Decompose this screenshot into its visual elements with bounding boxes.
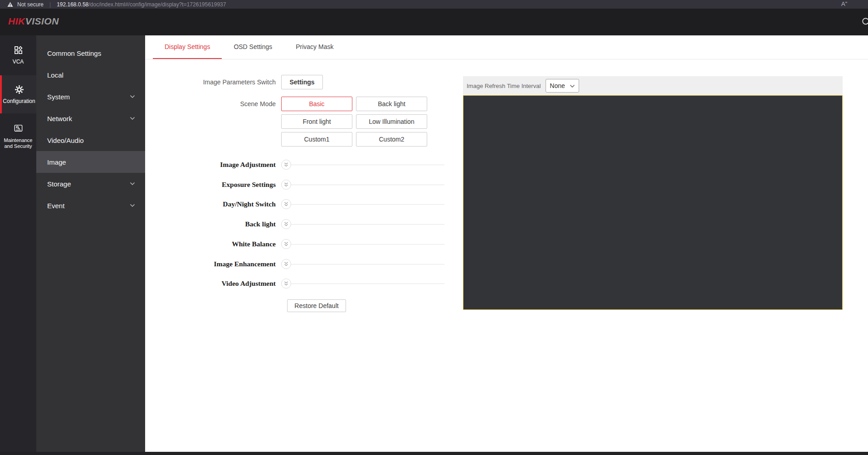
not-secure-label[interactable]: Not secure bbox=[17, 1, 44, 8]
sidebar-item-label: Image bbox=[47, 158, 66, 166]
scene-mode-row: Scene Mode Basic Back light Front light … bbox=[145, 97, 427, 147]
read-aloud-icon[interactable]: A” bbox=[841, 0, 847, 7]
rail-item-label: Configuration bbox=[3, 98, 35, 105]
section-title: White Balance bbox=[145, 240, 276, 248]
sidebar-item-event[interactable]: Event bbox=[36, 195, 145, 216]
section-title: Image Enhancement bbox=[145, 260, 276, 268]
refresh-interval-value: None bbox=[550, 82, 565, 89]
scene-button-low-illumination[interactable]: Low Illumination bbox=[356, 114, 427, 129]
section-title: Back light bbox=[145, 220, 276, 228]
expand-double-chevron-icon[interactable] bbox=[281, 199, 291, 209]
settings-button[interactable]: Settings bbox=[281, 75, 323, 89]
section-divider bbox=[291, 165, 444, 165]
refresh-interval-label: Image Refresh Time Interval bbox=[467, 83, 541, 89]
sidebar-item-label: Common Settings bbox=[47, 49, 101, 57]
chevron-down-icon bbox=[130, 204, 135, 207]
scene-button-back-light[interactable]: Back light bbox=[356, 97, 427, 111]
tab-display-settings[interactable]: Display Settings bbox=[153, 35, 222, 59]
sidebar-item-label: Local bbox=[47, 71, 63, 79]
sidebar-item-label: Video/Audio bbox=[47, 137, 84, 144]
section-back-light: Back light bbox=[145, 219, 444, 230]
sidebar-item-local[interactable]: Local bbox=[36, 64, 145, 86]
hikvision-logo: HIKVISION bbox=[8, 16, 59, 27]
section-white-balance: White Balance bbox=[145, 239, 444, 250]
image-parameters-switch-label: Image Parameters Switch bbox=[145, 78, 276, 86]
url-text[interactable]: 192.168.0.58/doc/index.html#/config/imag… bbox=[57, 1, 226, 8]
rail-item-label: VCA bbox=[13, 59, 24, 65]
maintenance-key-icon bbox=[13, 123, 24, 136]
sidebar-item-label: Storage bbox=[47, 180, 71, 188]
logo-vision: VISION bbox=[25, 16, 59, 26]
section-divider bbox=[291, 204, 444, 205]
vca-grid-icon bbox=[13, 45, 24, 57]
sidebar-item-common-settings[interactable]: Common Settings bbox=[36, 42, 145, 64]
sidebar-item-network[interactable]: Network bbox=[36, 108, 145, 129]
scene-button-custom1[interactable]: Custom1 bbox=[281, 132, 352, 147]
section-image-enhancement: Image Enhancement bbox=[145, 259, 444, 269]
sidebar-item-storage[interactable]: Storage bbox=[36, 173, 145, 195]
sidebar-item-label: Event bbox=[47, 202, 64, 210]
chevron-down-icon bbox=[130, 95, 135, 98]
search-icon[interactable] bbox=[861, 17, 868, 29]
refresh-interval-bar: Image Refresh Time Interval None bbox=[463, 76, 843, 95]
tab-bar: Display Settings OSD Settings Privacy Ma… bbox=[145, 35, 868, 59]
expand-double-chevron-icon[interactable] bbox=[281, 279, 291, 289]
logo-hik: HIK bbox=[8, 16, 25, 26]
section-divider bbox=[291, 185, 444, 185]
scene-button-custom2[interactable]: Custom2 bbox=[356, 132, 427, 147]
camera-preview-area[interactable] bbox=[463, 95, 843, 310]
rail-item-maintenance-security[interactable]: Maintenance and Security bbox=[0, 117, 36, 155]
section-video-adjustment: Video Adjustment bbox=[145, 278, 444, 289]
scene-mode-grid: Basic Back light Front light Low Illumin… bbox=[281, 97, 427, 147]
sidebar-item-image[interactable]: Image bbox=[36, 151, 145, 173]
rail-item-label: Maintenance and Security bbox=[1, 137, 35, 149]
expand-double-chevron-icon[interactable] bbox=[281, 239, 291, 249]
scene-button-front-light[interactable]: Front light bbox=[281, 114, 352, 129]
section-title: Exposure Settings bbox=[145, 181, 276, 189]
section-day-night-switch: Day/Night Switch bbox=[145, 199, 444, 210]
image-parameters-switch-row: Image Parameters Switch Settings bbox=[145, 75, 323, 89]
chevron-down-icon bbox=[130, 182, 135, 186]
tab-privacy-mask[interactable]: Privacy Mask bbox=[284, 35, 345, 59]
expand-double-chevron-icon[interactable] bbox=[281, 180, 291, 190]
refresh-interval-select[interactable]: None bbox=[546, 79, 579, 93]
chevron-down-icon bbox=[130, 117, 135, 120]
sidebar-item-label: Network bbox=[47, 115, 72, 122]
expand-double-chevron-icon[interactable] bbox=[281, 259, 291, 269]
section-exposure-settings: Exposure Settings bbox=[145, 179, 444, 190]
section-divider bbox=[291, 264, 444, 264]
preview-panel: Image Refresh Time Interval None bbox=[463, 76, 843, 310]
section-title: Video Adjustment bbox=[145, 279, 276, 288]
section-divider bbox=[291, 284, 444, 284]
chevron-down-icon bbox=[570, 82, 575, 89]
app-header: HIKVISION bbox=[0, 9, 868, 35]
expand-double-chevron-icon[interactable] bbox=[281, 160, 291, 170]
section-divider bbox=[291, 224, 444, 225]
section-image-adjustment: Image Adjustment bbox=[145, 159, 444, 170]
browser-address-bar: Not secure | 192.168.0.58/doc/index.html… bbox=[0, 0, 868, 9]
config-sidebar: Common Settings Local System Network Vid… bbox=[36, 35, 145, 452]
scene-mode-label: Scene Mode bbox=[145, 100, 276, 147]
module-rail: VCA Configuration bbox=[0, 35, 36, 452]
gear-icon bbox=[14, 84, 24, 97]
section-title: Day/Night Switch bbox=[145, 200, 276, 208]
sidebar-item-system[interactable]: System bbox=[36, 86, 145, 108]
url-divider: | bbox=[49, 1, 51, 8]
expand-double-chevron-icon[interactable] bbox=[281, 219, 291, 229]
warning-icon[interactable] bbox=[7, 2, 13, 7]
rail-item-vca[interactable]: VCA bbox=[0, 41, 36, 69]
section-title: Image Adjustment bbox=[145, 161, 276, 169]
bottom-strip bbox=[0, 452, 868, 455]
section-divider bbox=[291, 244, 444, 245]
url-path: /doc/index.html#/config/image/display?t=… bbox=[88, 1, 226, 8]
sidebar-item-label: System bbox=[47, 93, 70, 101]
sidebar-item-video-audio[interactable]: Video/Audio bbox=[36, 129, 145, 151]
restore-default-button[interactable]: Restore Default bbox=[287, 299, 346, 312]
tab-osd-settings[interactable]: OSD Settings bbox=[222, 35, 284, 59]
scene-button-basic[interactable]: Basic bbox=[281, 97, 352, 111]
url-host: 192.168.0.58 bbox=[57, 1, 88, 8]
main-content: Display Settings OSD Settings Privacy Ma… bbox=[145, 35, 868, 452]
rail-item-configuration[interactable]: Configuration bbox=[0, 75, 36, 113]
